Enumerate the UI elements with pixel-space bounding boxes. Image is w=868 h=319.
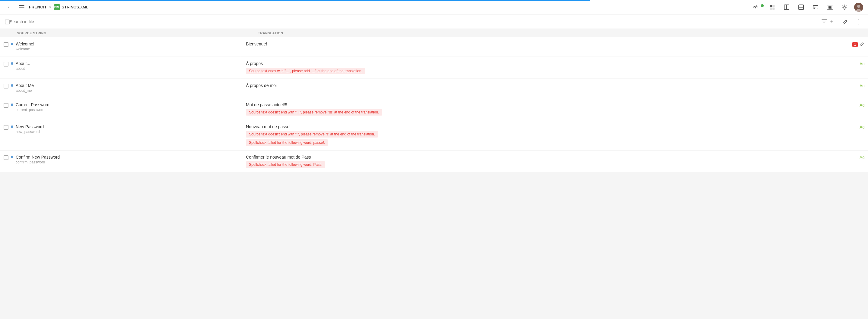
- source-text-container: About... about: [16, 61, 30, 71]
- search-bar: + ⋮: [0, 14, 868, 29]
- cell-actions: Aα: [860, 124, 864, 130]
- svg-rect-6: [772, 7, 775, 10]
- translation-text: Mot de passe actuel!!!: [246, 102, 856, 107]
- layout-table-button[interactable]: [767, 2, 777, 12]
- source-cell: Confirm New Password confirm_password: [0, 150, 241, 172]
- breadcrumb-filename[interactable]: STRINGS.XML: [62, 5, 89, 9]
- svg-rect-11: [813, 5, 818, 9]
- cell-actions: Aα: [860, 61, 864, 67]
- cell-actions: 1: [852, 41, 864, 47]
- cell-actions: Aα: [860, 102, 864, 108]
- warning-icon: Aα: [860, 124, 864, 130]
- menu-button[interactable]: [17, 2, 27, 12]
- svg-rect-16: [832, 6, 832, 7]
- warning-message: Spellcheck failed for the following word…: [246, 161, 325, 168]
- search-input[interactable]: [10, 19, 822, 24]
- svg-rect-3: [770, 5, 772, 7]
- select-all-checkbox[interactable]: [5, 20, 10, 24]
- table-row: Welcome! welcome Bienvenue! 1: [0, 37, 868, 57]
- source-cell: About Me about_me: [0, 79, 241, 98]
- row-checkbox[interactable]: [4, 62, 8, 67]
- edit-translation-icon[interactable]: [860, 41, 864, 47]
- table-row: Current Password current_password Mot de…: [0, 98, 868, 120]
- settings-button[interactable]: [840, 2, 849, 12]
- filter-icon[interactable]: [822, 19, 827, 25]
- row-checkbox[interactable]: [4, 84, 8, 88]
- activity-button[interactable]: [751, 2, 761, 12]
- source-text: Confirm New Password: [16, 155, 60, 160]
- source-text: Current Password: [16, 102, 50, 107]
- breadcrumb: FRENCH > XML STRINGS.XML: [29, 4, 88, 10]
- breadcrumb-separator: >: [49, 4, 51, 10]
- activity-icon-container: [751, 2, 763, 12]
- source-column-header: SOURCE STRING: [17, 31, 258, 35]
- row-checkbox[interactable]: [4, 125, 8, 130]
- source-cell: Current Password current_password: [0, 98, 241, 120]
- row-checkbox[interactable]: [4, 103, 8, 108]
- avatar[interactable]: [854, 3, 863, 12]
- row-checkbox[interactable]: [4, 42, 8, 47]
- svg-point-21: [844, 6, 845, 8]
- svg-rect-1: [19, 7, 24, 7]
- translation-cell: À propos Source text ends with "...", pl…: [241, 57, 868, 78]
- column-headers: SOURCE STRING TRANSLATION: [0, 29, 868, 37]
- svg-rect-15: [830, 6, 831, 7]
- edit-button[interactable]: [840, 17, 850, 27]
- keyboard-button[interactable]: [825, 2, 835, 12]
- breadcrumb-project[interactable]: FRENCH: [29, 5, 46, 9]
- svg-rect-19: [832, 7, 832, 8]
- translation-text: À propos: [246, 61, 856, 66]
- translation-cell: Nouveau mot de passe! Source text doesn'…: [241, 120, 868, 150]
- status-dot: [761, 4, 764, 7]
- svg-rect-0: [19, 5, 24, 6]
- source-text: About...: [16, 61, 30, 66]
- layout-preview-button[interactable]: [782, 2, 792, 12]
- translation-text: Bienvenue!: [246, 41, 856, 46]
- translation-text: Confirmer le nouveau mot de Pass: [246, 155, 856, 160]
- source-text-container: Current Password current_password: [16, 102, 50, 112]
- source-text-container: Confirm New Password confirm_password: [16, 155, 60, 164]
- svg-text:Aα: Aα: [860, 155, 864, 160]
- cell-actions: Aα: [860, 155, 864, 161]
- row-dot: [11, 43, 13, 45]
- warning-message: Source text doesn't end with "!", please…: [246, 131, 378, 138]
- layout-panel-button[interactable]: [796, 2, 806, 12]
- row-dot: [11, 126, 13, 128]
- source-key: welcome: [16, 47, 34, 51]
- cell-actions: Aα: [860, 83, 864, 89]
- translation-cell: Bienvenue! 1: [241, 37, 868, 57]
- row-dot: [11, 156, 13, 158]
- source-cell: About... about: [0, 57, 241, 78]
- table-row: Confirm New Password confirm_password Co…: [0, 150, 868, 172]
- row-checkbox[interactable]: [4, 155, 8, 160]
- svg-rect-2: [19, 9, 24, 9]
- warning-icon: Aα: [860, 155, 864, 161]
- source-key: current_password: [16, 108, 50, 112]
- source-text-container: New Password new_password: [16, 124, 44, 134]
- source-text: New Password: [16, 124, 44, 129]
- row-dot: [11, 62, 13, 65]
- add-string-button[interactable]: +: [827, 17, 837, 27]
- svg-rect-17: [828, 7, 829, 8]
- source-cell: Welcome! welcome: [0, 37, 241, 57]
- top-bar: ← FRENCH > XML STRINGS.XML: [0, 0, 868, 14]
- translation-cell: À propos de moi Aα: [241, 79, 868, 98]
- svg-text:Aα: Aα: [860, 103, 864, 107]
- row-dot: [11, 104, 13, 106]
- source-key: about_me: [16, 88, 34, 93]
- back-button[interactable]: ←: [5, 2, 14, 12]
- source-key: new_password: [16, 130, 44, 134]
- source-text: About Me: [16, 83, 34, 88]
- svg-point-23: [857, 5, 860, 8]
- svg-rect-14: [829, 6, 830, 7]
- source-cell: New Password new_password: [0, 120, 241, 150]
- terminal-button[interactable]: [811, 2, 820, 12]
- translation-column-header: TRANSLATION: [258, 31, 863, 35]
- svg-rect-4: [772, 5, 775, 7]
- badge-count: 1: [852, 42, 858, 47]
- source-text-container: Welcome! welcome: [16, 41, 34, 51]
- warning-message: Source text doesn't end with "!!!", plea…: [246, 109, 382, 115]
- svg-rect-13: [828, 6, 829, 7]
- more-options-button[interactable]: ⋮: [854, 17, 863, 27]
- translation-text: À propos de moi: [246, 83, 856, 88]
